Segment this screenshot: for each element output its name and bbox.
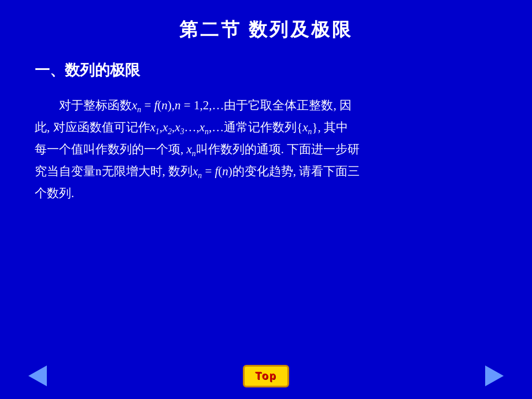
next-button[interactable] (480, 364, 509, 387)
content-text-line3: 每一个值叫作数列的一个项, xn叫作数列的通项. 下面进一步研 (35, 142, 360, 156)
arrow-right-icon (485, 365, 504, 386)
section-heading: 一、数列的极限 (35, 60, 503, 80)
slide-title: 第二节 数列及极限 (29, 17, 503, 43)
prev-button[interactable] (23, 364, 52, 387)
math-xn: x (132, 98, 137, 112)
content-text-line2: 此, 对应函数值可记作x1,x2,x3…,xn,…通常记作数列{xn}, 其中 (35, 120, 348, 134)
arrow-left-icon (28, 365, 47, 386)
top-button-label: Top (255, 370, 277, 382)
content-text-line4: 究当自变量n无限增大时, 数列xn = f(n)的变化趋势, 请看下面三 (35, 164, 360, 178)
content-text-line1: 对于整标函数xn = f(n),n = 1,2,…由于它取全体正整数, 因 (35, 98, 352, 112)
math-fn: f (154, 98, 158, 112)
slide-container: 第二节 数列及极限 一、数列的极限 对于整标函数xn = f(n),n = 1,… (0, 0, 532, 399)
content-text-line5: 个数列. (35, 186, 74, 200)
math-xn-sub: n (137, 105, 141, 114)
top-button[interactable]: Top (243, 365, 289, 387)
math-n: n (161, 98, 168, 112)
math-x1: x (150, 120, 156, 134)
navigation-bar: Top (0, 364, 532, 387)
content-equals: = (144, 98, 154, 112)
math-n2: n (175, 98, 181, 112)
content-body: 对于整标函数xn = f(n),n = 1,2,…由于它取全体正整数, 因 此,… (29, 95, 503, 204)
